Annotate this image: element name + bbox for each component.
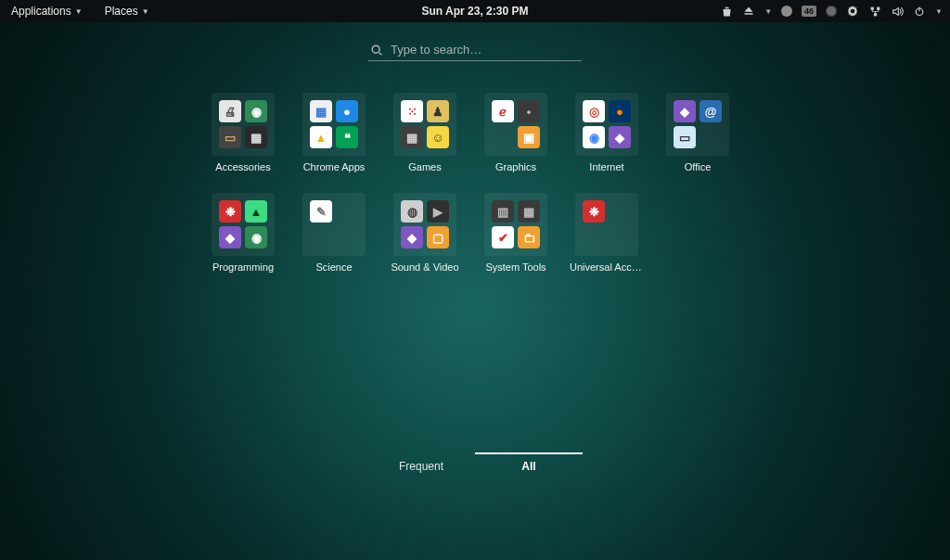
app-folder[interactable]: ⁙♟▦☺Games <box>388 93 462 172</box>
app-mini-icon: ▦ <box>245 126 267 148</box>
view-switcher: Frequent All <box>367 454 583 478</box>
app-mini-icon: ▣ <box>518 126 540 148</box>
svg-rect-1 <box>877 6 879 9</box>
app-folder[interactable]: ℯ•▣Graphics <box>479 93 553 172</box>
app-folder[interactable]: ▦●▲❝Chrome Apps <box>297 93 371 172</box>
svg-point-4 <box>372 45 379 53</box>
top-panel-right: ▼ 46 ▼ <box>720 5 943 18</box>
app-folder-label: Programming <box>212 261 274 273</box>
app-folder[interactable]: ❉Universal Access <box>570 193 644 273</box>
search-icon <box>370 44 383 57</box>
app-mini-icon: ◆ <box>219 226 241 248</box>
app-folder-tile: ◎●◉◆ <box>575 93 638 156</box>
top-panel: Applications ▼ Places ▼ Sun Apr 23, 2:30… <box>0 0 950 22</box>
app-mini-icon: ▲ <box>245 200 267 223</box>
app-folder-label: Accessories <box>215 161 270 172</box>
app-folder-tile: ▦●▲❝ <box>302 93 366 156</box>
svg-rect-0 <box>870 6 873 9</box>
svg-rect-2 <box>873 13 876 16</box>
app-mini-icon: ● <box>336 100 358 122</box>
tab-frequent[interactable]: Frequent <box>367 454 475 478</box>
app-folder-label: Chrome Apps <box>303 161 366 172</box>
power-icon[interactable] <box>913 5 926 18</box>
app-folder[interactable]: 🖨◉▭▦Accessories <box>206 93 280 172</box>
app-folder-tile: ✎ <box>302 193 366 256</box>
app-mini-icon: ❉ <box>219 200 241 223</box>
app-mini-icon: ▦ <box>310 100 332 122</box>
app-mini-icon: ℯ <box>492 100 514 122</box>
app-mini-icon: ◎ <box>583 100 605 122</box>
app-folder-label: Universal Access <box>570 261 644 273</box>
app-mini-icon: ☺ <box>427 126 449 148</box>
app-folder[interactable]: ▥▦✔🗀System Tools <box>479 193 553 273</box>
app-folder-label: Internet <box>589 161 623 172</box>
chevron-down-icon: ▼ <box>935 7 943 16</box>
app-mini-icon: ▭ <box>674 126 696 148</box>
notification-count-badge[interactable]: 46 <box>802 6 816 17</box>
app-mini-icon: ▭ <box>219 126 241 148</box>
app-folder[interactable]: ❉▲◆◉Programming <box>206 193 280 273</box>
app-mini-icon: ✎ <box>310 200 332 223</box>
user-status-icon[interactable] <box>826 6 837 17</box>
app-mini-icon: ⁙ <box>401 100 423 122</box>
app-mini-icon: ▥ <box>492 200 514 223</box>
app-folder-label: Office <box>685 161 712 172</box>
app-mini-icon: ▦ <box>401 126 423 148</box>
app-mini-icon: ▶ <box>427 200 449 223</box>
search-box[interactable] <box>368 39 582 61</box>
app-folder-label: Science <box>315 261 352 273</box>
app-folder-tile: ❉▲◆◉ <box>212 193 275 256</box>
app-folder[interactable]: ◎●◉◆Internet <box>570 93 644 172</box>
app-folder-label: Graphics <box>495 161 536 172</box>
app-mini-icon: ◆ <box>674 100 696 122</box>
app-folder[interactable]: ◍▶◆▢Sound & Video <box>388 193 462 273</box>
app-mini-icon: ◆ <box>609 126 631 148</box>
app-folder-tile: ℯ•▣ <box>484 93 547 156</box>
volume-icon[interactable] <box>891 5 904 18</box>
trash-icon[interactable] <box>720 5 733 18</box>
app-mini-icon: ◍ <box>401 200 423 223</box>
places-menu[interactable]: Places ▼ <box>101 5 153 18</box>
app-mini-icon: ▲ <box>310 126 332 148</box>
app-mini-icon: ◆ <box>401 226 423 248</box>
app-mini-icon: ▦ <box>518 200 540 223</box>
app-mini-icon: • <box>518 100 540 122</box>
top-panel-left: Applications ▼ Places ▼ <box>7 5 153 18</box>
app-mini-icon: ◉ <box>245 100 267 122</box>
app-folder-label: Games <box>408 161 441 172</box>
app-mini-icon: ◉ <box>245 226 267 248</box>
status-indicator-icon[interactable] <box>781 6 792 17</box>
chevron-down-icon: ▼ <box>142 7 149 16</box>
chevron-down-icon: ▼ <box>75 7 83 16</box>
app-folder-tile: ◆@▭ <box>666 93 729 156</box>
applications-menu-label: Applications <box>11 5 71 18</box>
network-icon[interactable] <box>868 5 881 18</box>
app-folder-tile: ❉ <box>575 193 638 256</box>
app-mini-icon: @ <box>700 100 722 122</box>
applications-menu[interactable]: Applications ▼ <box>7 5 86 18</box>
app-mini-icon: ♟ <box>427 100 449 122</box>
app-folder-label: Sound & Video <box>391 261 458 273</box>
app-folder-grid: 🖨◉▭▦Accessories▦●▲❝Chrome Apps⁙♟▦☺Gamesℯ… <box>206 93 744 273</box>
app-mini-icon: ✔ <box>492 226 514 248</box>
app-folder-label: System Tools <box>485 261 546 273</box>
app-folder-tile: 🖨◉▭▦ <box>212 93 275 156</box>
clock[interactable]: Sun Apr 23, 2:30 PM <box>422 5 529 18</box>
chevron-down-icon: ▼ <box>764 7 772 16</box>
app-mini-icon: ● <box>609 100 631 122</box>
app-mini-icon: 🗀 <box>518 226 540 248</box>
app-mini-icon: ▢ <box>427 226 449 248</box>
settings-gear-icon[interactable] <box>846 5 859 18</box>
tab-all[interactable]: All <box>475 452 583 478</box>
places-menu-label: Places <box>105 5 138 18</box>
eject-icon[interactable] <box>742 5 755 18</box>
app-folder[interactable]: ✎Science <box>297 193 371 273</box>
app-folder[interactable]: ◆@▭Office <box>661 93 735 172</box>
app-folder-tile: ⁙♟▦☺ <box>393 93 456 156</box>
app-mini-icon: 🖨 <box>219 100 241 122</box>
app-mini-icon: ◉ <box>583 126 605 148</box>
search-input[interactable] <box>391 43 580 57</box>
app-mini-icon: ❝ <box>336 126 358 148</box>
app-mini-icon: ❉ <box>583 200 605 223</box>
app-folder-tile: ▥▦✔🗀 <box>484 193 547 256</box>
